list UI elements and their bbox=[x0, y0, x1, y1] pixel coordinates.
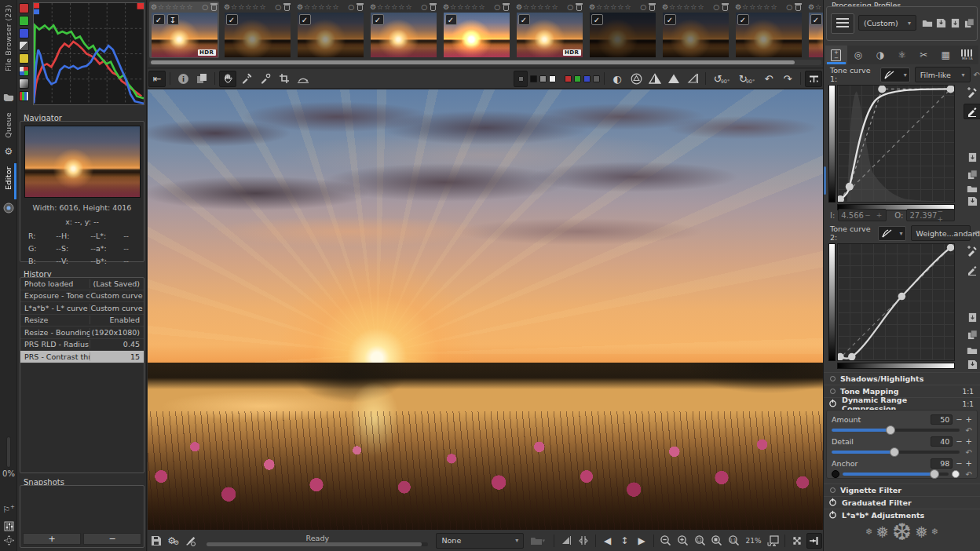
new-detail-window-button[interactable] bbox=[766, 533, 781, 549]
histogram-luma-toggle[interactable] bbox=[19, 41, 29, 51]
detail-minus-button[interactable]: − bbox=[956, 437, 962, 446]
curve1-pen-icon[interactable] bbox=[964, 104, 980, 119]
load-profile-button[interactable] bbox=[921, 14, 933, 31]
star-icon[interactable]: ☆ bbox=[610, 3, 616, 11]
procparams-icon[interactable]: ⚙ bbox=[516, 3, 522, 11]
star-icon[interactable]: ☆ bbox=[450, 3, 456, 11]
star-icon[interactable]: ☆ bbox=[384, 3, 390, 11]
curve2-copy-icon[interactable] bbox=[964, 327, 980, 342]
color-picker-tool-button[interactable] bbox=[238, 71, 255, 87]
amount-plus-button[interactable]: + bbox=[966, 415, 972, 424]
amount-value[interactable]: 50 bbox=[931, 414, 953, 425]
procparams-icon[interactable]: ⚙ bbox=[589, 3, 595, 11]
amount-slider[interactable] bbox=[832, 429, 960, 432]
trash-icon[interactable] bbox=[211, 5, 217, 11]
anchor-value[interactable]: 98 bbox=[931, 458, 953, 469]
channel-luma-swatch[interactable] bbox=[593, 75, 600, 82]
navigator-thumbnail[interactable] bbox=[24, 126, 141, 198]
star-icon[interactable]: ☆ bbox=[377, 3, 383, 11]
tab-transform[interactable]: ✂ bbox=[912, 46, 934, 64]
procparams-icon[interactable]: ⚙ bbox=[151, 3, 157, 11]
anchor-slider[interactable] bbox=[843, 473, 949, 476]
star-icon[interactable]: ☆ bbox=[172, 3, 178, 11]
check-icon[interactable]: ✓ bbox=[810, 14, 822, 25]
curve2-editor[interactable] bbox=[828, 243, 980, 369]
star-icon[interactable]: ☆ bbox=[165, 3, 171, 11]
histogram-blue-toggle[interactable] bbox=[19, 28, 29, 38]
star-icon[interactable]: ☆ bbox=[742, 3, 748, 11]
pan-icon[interactable] bbox=[0, 535, 17, 548]
anchor-reset-icon[interactable]: ↶ bbox=[966, 470, 972, 479]
add-to-batch-queue-button[interactable]: ⚙⚙ bbox=[166, 533, 181, 549]
histogram-bars-toggle[interactable] bbox=[19, 91, 29, 101]
curve2-edit-pointer-icon[interactable] bbox=[964, 243, 980, 259]
curve1-grid[interactable] bbox=[837, 85, 955, 203]
curve1-paste-icon[interactable] bbox=[964, 149, 980, 165]
filmstrip-scrollbar[interactable] bbox=[149, 60, 821, 65]
check-icon[interactable]: ✓ bbox=[445, 14, 457, 25]
curve1-copy-icon[interactable] bbox=[964, 166, 980, 182]
histogram-raw-toggle[interactable] bbox=[19, 78, 29, 89]
star-icon[interactable]: ☆ bbox=[478, 3, 485, 11]
quick-profile-select[interactable]: None bbox=[436, 533, 524, 549]
tab-advanced[interactable]: ⚛ bbox=[891, 46, 913, 64]
section-graduated-filter[interactable]: Graduated Filter bbox=[824, 496, 980, 509]
star-icon[interactable]: ☆ bbox=[398, 3, 404, 11]
profile-list-icon[interactable] bbox=[831, 13, 854, 34]
star-icon[interactable]: ☆ bbox=[318, 3, 324, 11]
history-row[interactable]: Exposure - Tone c...Custom curve bbox=[20, 290, 144, 303]
hide-left-panel-button[interactable]: ⇤ bbox=[148, 71, 166, 87]
star-icon[interactable]: ☆ bbox=[186, 3, 192, 11]
check-icon[interactable]: ✓ bbox=[226, 14, 238, 25]
star-icon[interactable]: ☆ bbox=[815, 3, 821, 11]
curve2-paste-icon[interactable] bbox=[964, 309, 980, 325]
zoom-100-button[interactable]: 1:1 bbox=[726, 533, 742, 549]
procparams-icon[interactable]: ⚙ bbox=[297, 3, 303, 11]
trash-icon[interactable] bbox=[430, 5, 436, 11]
curve2-mode-select[interactable]: Weighte...andard bbox=[911, 225, 971, 241]
filmstrip-thumb[interactable]: ⚙☆☆☆☆☆○ ✓ bbox=[368, 2, 438, 58]
profile-select[interactable]: (Custom) bbox=[858, 15, 916, 31]
color-label-icon[interactable]: ○ bbox=[786, 3, 792, 11]
star-icon[interactable]: ☆ bbox=[179, 3, 185, 11]
history-row[interactable]: Photo loaded(Last Saved) bbox=[20, 278, 144, 290]
histogram-mode-toggle[interactable] bbox=[19, 66, 29, 76]
detail-plus-button[interactable]: + bbox=[966, 437, 972, 446]
bg-white-swatch[interactable] bbox=[549, 75, 556, 82]
star-icon[interactable]: ☆ bbox=[551, 3, 558, 11]
star-icon[interactable]: ☆ bbox=[231, 3, 237, 11]
rotate-ccw-90-button[interactable]: ↺90° bbox=[710, 71, 733, 87]
star-icon[interactable]: ☆ bbox=[523, 3, 529, 11]
sync-filmstrip-button[interactable]: ↕ bbox=[616, 533, 632, 549]
show-second-editor-button[interactable] bbox=[193, 71, 210, 87]
zoom-in-button[interactable] bbox=[675, 533, 691, 549]
zoom-fit-crop-button[interactable] bbox=[709, 533, 725, 549]
star-icon[interactable]: ☆ bbox=[770, 3, 777, 11]
history-row[interactable]: PRS RLD - Radius0.45 bbox=[20, 339, 144, 352]
curve2-load-icon[interactable] bbox=[964, 342, 980, 358]
tab-raw[interactable]: ▦ bbox=[934, 46, 956, 64]
save-image-button[interactable] bbox=[148, 533, 164, 549]
trash-icon[interactable] bbox=[795, 5, 801, 11]
check-icon[interactable]: ✓ bbox=[372, 14, 384, 25]
check-icon[interactable]: ✓ bbox=[737, 14, 749, 25]
star-icon[interactable]: ☆ bbox=[405, 3, 411, 11]
zoom-out-button[interactable] bbox=[658, 533, 674, 549]
thumbnail-zoom-slider[interactable] bbox=[6, 436, 11, 468]
curve2-type-button[interactable] bbox=[878, 226, 906, 241]
curve2-reset-icon[interactable]: ↶ bbox=[974, 229, 980, 238]
procparams-icon[interactable]: ⚙ bbox=[443, 3, 449, 11]
history-row[interactable]: ResizeEnabled bbox=[20, 315, 144, 327]
save-profile-button[interactable] bbox=[935, 14, 947, 31]
trash-icon[interactable] bbox=[722, 5, 728, 11]
toggle-filmstrip-button[interactable] bbox=[805, 71, 822, 87]
star-icon[interactable]: ☆ bbox=[391, 3, 397, 11]
section-dynamic-range-compression[interactable]: Dynamic Range Compression 1:1 bbox=[824, 397, 980, 410]
star-icon[interactable]: ☆ bbox=[245, 3, 251, 11]
tab-editor[interactable]: Editor bbox=[4, 166, 13, 190]
procparams-icon[interactable]: ⚙ bbox=[808, 3, 814, 11]
operations-preview-button[interactable]: ▾ bbox=[525, 533, 550, 549]
trash-icon[interactable] bbox=[284, 5, 290, 11]
background-color-button[interactable] bbox=[514, 71, 528, 87]
star-icon[interactable]: ☆ bbox=[537, 3, 543, 11]
